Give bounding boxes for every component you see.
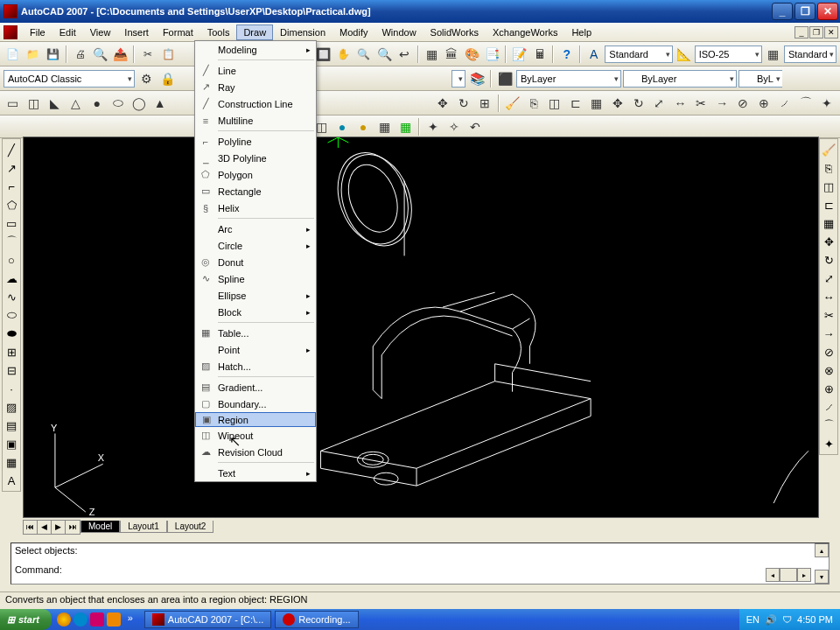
chamfer2-tool[interactable]: ⟋ — [820, 398, 837, 416]
tab-model[interactable]: Model — [80, 521, 120, 533]
menu-tools[interactable]: Tools — [200, 24, 237, 40]
circle-tool[interactable]: ○ — [3, 251, 20, 269]
arc-tool[interactable]: ⌒ — [3, 233, 20, 250]
ql-ie-icon[interactable] — [74, 612, 88, 626]
mdi-minimize-button[interactable]: _ — [794, 26, 808, 38]
copy-button[interactable] — [159, 45, 178, 64]
menu-format[interactable]: Format — [156, 24, 200, 40]
copy-obj-button[interactable]: ⎘ — [524, 94, 543, 113]
insert-block-tool[interactable]: ⊞ — [3, 343, 20, 360]
scale2-tool[interactable]: ⤢ — [820, 270, 837, 287]
mdi-close-button[interactable]: ✕ — [824, 26, 838, 38]
region-tool[interactable]: ▣ — [3, 435, 20, 452]
menu-view[interactable]: View — [83, 24, 118, 40]
stretch-button[interactable]: ↔ — [670, 94, 690, 113]
xline-tool[interactable]: ↗ — [3, 159, 20, 177]
join2-tool[interactable]: ⊕ — [820, 380, 837, 397]
properties-button[interactable]: ▦ — [423, 45, 441, 64]
zoom-button[interactable] — [354, 45, 373, 64]
polyline-tool[interactable]: ⌐ — [3, 178, 20, 195]
tab-layout2[interactable]: Layout2 — [167, 521, 214, 533]
close-button[interactable]: ✕ — [817, 3, 838, 20]
break2-tool[interactable]: ⊗ — [820, 361, 837, 379]
menu-window[interactable]: Window — [374, 24, 423, 40]
menu-dimension[interactable]: Dimension — [273, 24, 332, 40]
revcloud-tool[interactable]: ☁ — [3, 270, 20, 287]
menu-edit[interactable]: Edit — [52, 24, 83, 40]
3d-wireframe-button[interactable]: ● — [332, 117, 352, 136]
join-button[interactable]: ⊕ — [754, 94, 774, 113]
tab-first-button[interactable]: ⏮ — [24, 521, 38, 534]
move-button[interactable]: ✥ — [608, 94, 627, 113]
extend2-tool[interactable]: → — [820, 325, 837, 342]
new-button[interactable] — [4, 45, 22, 64]
cylinder-button[interactable]: ⬭ — [108, 94, 128, 113]
menu-file[interactable]: File — [23, 24, 52, 40]
lock-ui-button[interactable]: 🔒 — [158, 69, 177, 88]
ucs-button[interactable]: ✦ — [424, 117, 443, 136]
tray-shield-icon[interactable]: 🛡 — [782, 614, 792, 625]
menu-xchangeworks[interactable]: XchangeWorks — [486, 24, 564, 40]
sphere-button[interactable]: ● — [88, 94, 107, 113]
tab-prev-button[interactable]: ◀ — [38, 521, 52, 534]
draw-menu-spline[interactable]: ∿Spline — [195, 270, 316, 287]
ellipse-arc-tool[interactable]: ⬬ — [3, 325, 20, 342]
draw-menu-block[interactable]: Block▸ — [195, 304, 316, 320]
draw-menu-point[interactable]: Point▸ — [195, 341, 316, 358]
workspace-settings-button[interactable]: ⚙ — [136, 69, 156, 88]
cmd-scroll-left-button[interactable]: ◂ — [766, 568, 780, 582]
ql-desktop-icon[interactable] — [57, 612, 71, 626]
zoom-extents-button[interactable]: 🔲 — [314, 45, 332, 64]
break-button[interactable]: ⊘ — [733, 94, 752, 113]
erase2-tool[interactable]: 🧹 — [820, 141, 837, 158]
wedge-button[interactable]: ◣ — [46, 94, 65, 113]
draw-menu-line[interactable]: ╱Line — [195, 62, 316, 79]
ucs-world-button[interactable]: ✧ — [444, 117, 464, 136]
markup-button[interactable]: 📝 — [510, 45, 528, 64]
tab-next-button[interactable]: ▶ — [52, 521, 66, 534]
zoom-previous-button[interactable]: ↩ — [396, 45, 414, 64]
draw-menu-modeling[interactable]: Modeling▸ — [195, 41, 316, 58]
draw-menu-donut[interactable]: ◎Donut — [195, 254, 316, 270]
mdi-restore-button[interactable]: ❐ — [809, 26, 823, 38]
cmd-scroll-right-button[interactable]: ▸ — [797, 568, 811, 582]
pyramid-button[interactable]: ▲ — [150, 94, 170, 113]
point-tool[interactable]: · — [3, 380, 20, 397]
drawing-canvas[interactable]: Y X Z OceanofEXE — [23, 136, 819, 518]
3d-rotate-button[interactable]: ↻ — [454, 94, 473, 113]
trim2-tool[interactable]: ✂ — [820, 306, 837, 324]
draw-menu-construction-line[interactable]: ╱Construction Line — [195, 95, 316, 112]
ellipse-tool[interactable]: ⬭ — [3, 306, 20, 324]
draw-menu-region[interactable]: ▣Region — [195, 412, 316, 427]
ucs-previous-button[interactable]: ↶ — [466, 117, 485, 136]
mtext-tool[interactable]: A — [3, 472, 20, 489]
draw-menu-ellipse[interactable]: Ellipse▸ — [195, 287, 316, 304]
menu-insert[interactable]: Insert — [117, 24, 156, 40]
tool-palettes-button[interactable]: 🎨 — [463, 45, 481, 64]
draw-menu-table[interactable]: ▦Table... — [195, 325, 316, 341]
tab-layout1[interactable]: Layout1 — [120, 521, 167, 533]
stretch2-tool[interactable]: ↔ — [820, 288, 837, 305]
tray-lang[interactable]: EN — [746, 614, 760, 625]
rotate2-tool[interactable]: ↻ — [820, 251, 837, 269]
torus-button[interactable]: ◯ — [130, 94, 149, 113]
erase-button[interactable]: 🧹 — [503, 94, 522, 113]
draw-menu-revision-cloud[interactable]: ☁Revision Cloud — [195, 444, 316, 460]
make-block-tool[interactable]: ⊟ — [3, 361, 20, 379]
menu-draw[interactable]: Draw — [236, 24, 273, 40]
3d-hidden-button[interactable]: ● — [354, 117, 373, 136]
draw-menu-multiline[interactable]: ≡Multiline — [195, 112, 316, 129]
draw-menu-wipeout[interactable]: ◫Wipeout — [195, 427, 316, 444]
plot-preview-button[interactable]: 🔍 — [91, 45, 109, 64]
fillet2-tool[interactable]: ⌒ — [820, 416, 837, 434]
mirror2-tool[interactable]: ◫ — [820, 178, 837, 195]
hatch-tool[interactable]: ▨ — [3, 398, 20, 416]
zoom-window-button[interactable]: 🔍 — [375, 45, 394, 64]
draw-menu-hatch[interactable]: ▨Hatch... — [195, 358, 316, 374]
minimize-button[interactable]: _ — [772, 3, 793, 20]
tray-clock[interactable]: 4:50 PM — [797, 614, 833, 625]
gradient-tool[interactable]: ▤ — [3, 416, 20, 434]
chamfer-button[interactable]: ⟋ — [775, 94, 794, 113]
menu-solidworks[interactable]: SolidWorks — [424, 24, 486, 40]
cmd-scroll-up-button[interactable]: ▴ — [815, 543, 829, 557]
